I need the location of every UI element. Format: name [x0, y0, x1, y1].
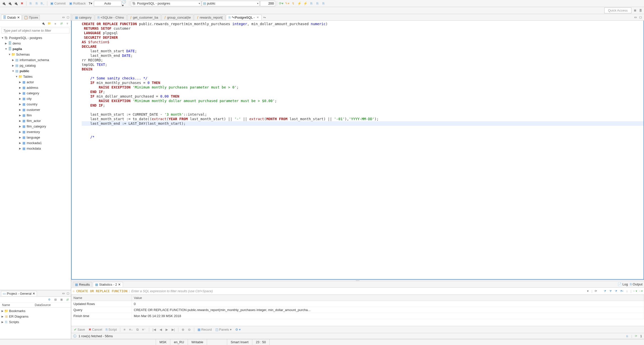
tab-sqlite[interactable]: ⎘<SQLite - Chino [95, 15, 127, 20]
sql-editor-icon[interactable]: ⎘ [28, 1, 33, 6]
stop-icon[interactable]: ✎▾ [285, 1, 290, 6]
tree-table-category[interactable]: ▶▦category [0, 90, 71, 96]
tree-connection[interactable]: ▼🐘PostgreSQL - postgres [0, 35, 71, 40]
last-page-icon[interactable]: ▶| [170, 327, 176, 332]
tree-table-language[interactable]: ▶▦language [0, 135, 71, 140]
editor-maximize-icon[interactable]: ▢ [638, 15, 642, 19]
tree-table-city[interactable]: ▶▦city [0, 96, 71, 101]
tree-table-mockada1[interactable]: ▶▦mockada1 [0, 140, 71, 146]
menu-tree-icon[interactable]: ▿ [65, 22, 69, 26]
connection-dropdown[interactable]: 🐘PostgreSQL - postgres▾ [131, 1, 201, 6]
filter-funnel4-icon[interactable]: ⧩▾ [620, 289, 624, 293]
tree-table-address[interactable]: ▶▦address [0, 85, 71, 90]
dup-row-icon[interactable]: ⧉ [135, 327, 140, 332]
tab-category[interactable]: ▦category [72, 15, 94, 20]
maximize-icon[interactable]: ▢ [66, 15, 70, 19]
execute-script-icon[interactable]: ⚡ [303, 1, 308, 6]
filter-dropdown-icon[interactable]: ▾ [586, 289, 590, 293]
edit-row-icon[interactable]: ≡ [122, 327, 127, 332]
proj-minimize-icon[interactable]: ▭ [61, 291, 65, 295]
next-page-icon[interactable]: ▶ [164, 327, 169, 332]
tree-schemas[interactable]: ▼📁Schemas [0, 52, 71, 57]
filter-sort-icon[interactable]: ↕ [625, 289, 629, 293]
auto-commit-dropdown[interactable]: Auto [94, 1, 122, 6]
tab-groupconcat[interactable]: ƒgroup_concat(te [162, 14, 193, 20]
export-icon[interactable]: ⎘ [309, 1, 314, 6]
disconnect-icon[interactable]: ✖ [19, 1, 25, 6]
rollback-button[interactable]: ▣Rollback [68, 1, 87, 6]
script-button[interactable]: ⎘Script [104, 327, 118, 332]
proj-scripts[interactable]: ▶⎘Scripts [0, 319, 71, 325]
minimize-icon[interactable]: ▭ [61, 15, 65, 19]
tab-statistics[interactable]: ▦Statistics - 2 ✕ [93, 282, 123, 287]
perspective-icon[interactable]: ⊞ [633, 9, 637, 13]
tree-table-actor[interactable]: ▶▦actor [0, 79, 71, 85]
tabs-overflow[interactable]: »₄ [263, 16, 266, 19]
filter-tree-icon[interactable]: ≡ [53, 22, 57, 26]
col-name[interactable]: Name [71, 295, 132, 301]
panels-button[interactable]: ◫Panels ▾ [214, 327, 233, 332]
tree-schema-public[interactable]: ▼▤public [0, 68, 71, 74]
col-value[interactable]: Value [132, 295, 644, 301]
explain-icon[interactable]: ↯ [291, 1, 296, 6]
table-row[interactable]: Updated Rows0 [71, 301, 644, 307]
filter-hint[interactable]: Enter a SQL expression to filter results… [131, 289, 584, 293]
transaction-mode-icon[interactable]: T▾ [88, 1, 93, 6]
del-row-icon[interactable]: ≡⁻ [141, 327, 147, 332]
log-button[interactable]: 📄Log [618, 282, 628, 286]
nav-back-icon[interactable]: ←▾ [633, 289, 637, 293]
proj-collapse-icon[interactable]: ⊟ [53, 298, 57, 302]
zoom-out-icon[interactable]: ⊖ [187, 327, 192, 332]
refresh-icon[interactable]: ⟳▾ [278, 1, 284, 6]
tab-rewards[interactable]: ƒrewards_report( [194, 14, 225, 20]
first-page-icon[interactable]: |◀ [151, 327, 157, 332]
tree-table-film[interactable]: ▶▦film [0, 112, 71, 118]
commit-button[interactable]: ▣Commit [49, 1, 67, 6]
table-row[interactable]: Finish timeMon Mar 05 14:22:39 MSK 2018 [71, 313, 644, 319]
row-limit-input[interactable] [260, 1, 275, 6]
tree-table-customer[interactable]: ▶▦customer [0, 107, 71, 112]
import-icon[interactable]: ⎘ [315, 1, 320, 6]
settings-gear-icon[interactable]: ⚙ ▾ [234, 327, 242, 332]
folder-tree-icon[interactable]: 📁 [47, 22, 51, 26]
record-button[interactable]: ▦Record [196, 327, 213, 332]
output-button[interactable]: ⎘Output [630, 282, 642, 286]
tree-tables[interactable]: ▼📁Tables [0, 74, 71, 79]
tree-db-pagila[interactable]: ▼🗄pagila [0, 46, 71, 52]
prev-page-icon[interactable]: ◀ [158, 327, 163, 332]
tree-filter-input[interactable] [2, 28, 69, 33]
tree-table-mockdata[interactable]: ▶▦mockdata [0, 146, 71, 151]
new-connection-icon[interactable]: 🔌 [7, 1, 13, 6]
filter-funnel1-icon[interactable]: ⧩ [603, 289, 607, 293]
proj-er[interactable]: ▶⊞ER Diagrams [0, 314, 71, 319]
proj-add-icon[interactable]: ⊞ [59, 298, 63, 302]
tab-project-general[interactable]: ▭ Project - General ✕ [1, 291, 37, 296]
editor-minimize-icon[interactable]: ▭ [633, 15, 637, 19]
status-insert[interactable]: Smart Insert [227, 339, 252, 345]
connect-tree-icon[interactable]: 🔌 [41, 22, 45, 26]
tab-postgresql-active[interactable]: ⎘*<PostgreSQL -✕ [226, 15, 262, 20]
filter-funnel2-icon[interactable]: ⧩ [609, 289, 613, 293]
tree-schema-info[interactable]: ▶▤information_schema [0, 57, 71, 63]
proj-gear-icon[interactable]: ⚙ [47, 298, 51, 302]
sql-editor-new-icon[interactable]: ⎘ [34, 1, 39, 6]
link-tree-icon[interactable]: ⇄ [59, 22, 63, 26]
proj-link-icon[interactable]: ⇄ [65, 298, 69, 302]
tab-results[interactable]: ▦Results [73, 282, 92, 287]
tree-db-demo[interactable]: ▶🗄demo [0, 40, 71, 46]
refresh-results-icon[interactable]: ⟳ [634, 334, 638, 338]
schema-dropdown[interactable]: ▤public▾ [202, 1, 260, 6]
tools-icon[interactable]: ⎘ [321, 1, 326, 6]
quick-access-button[interactable]: Quick Access [604, 8, 631, 13]
nav-fwd-icon[interactable]: →▾ [638, 289, 642, 293]
sql-editor-recent-icon[interactable]: ⎘₊ [40, 1, 46, 6]
tree-table-inventory[interactable]: ▶▦inventory [0, 129, 71, 135]
cancel-button[interactable]: ✖Cancel [87, 327, 103, 332]
filter-refresh-icon[interactable]: ⟳ [594, 289, 598, 293]
history-icon[interactable]: 🕓▾ [122, 1, 128, 6]
tree-table-filmactor[interactable]: ▶▦film_actor [0, 118, 71, 123]
tab-databases[interactable]: 🗄Datab ✕ [1, 15, 22, 20]
add-row-icon[interactable]: ≡₊ [128, 327, 134, 332]
tree-schema-pgcat[interactable]: ▶▤pg_catalog [0, 63, 71, 68]
filter-funnel3-icon[interactable]: ⧩ [614, 289, 618, 293]
